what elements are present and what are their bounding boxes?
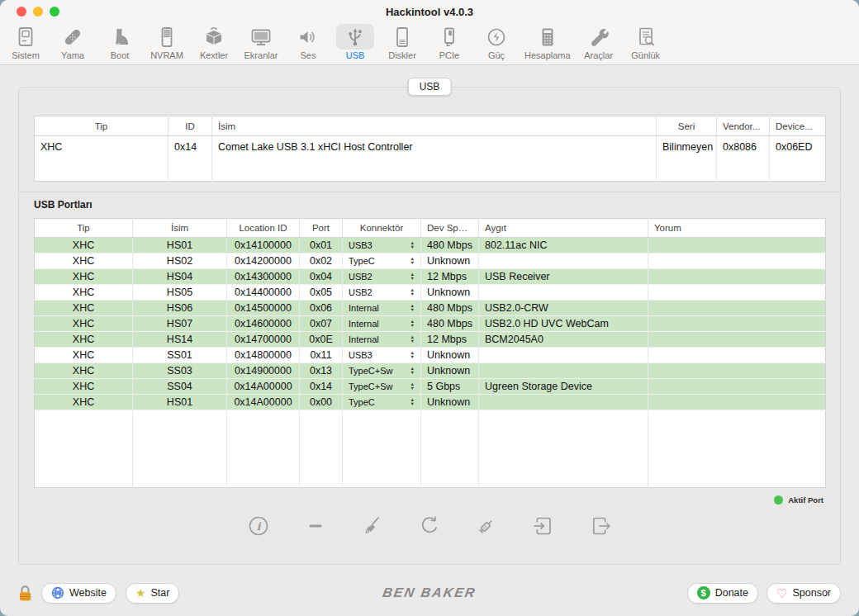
stepper-arrows-icon[interactable]: ▲▼	[411, 257, 415, 264]
table-row[interactable]: XHCHS060x145000000x06Internal▲▼480 MbpsU…	[35, 301, 826, 316]
zoom-button[interactable]	[50, 7, 59, 17]
section-title-usb-ports: USB Portları	[34, 199, 825, 211]
import-button[interactable]	[531, 514, 556, 538]
stepper-arrows-icon[interactable]: ▲▼	[411, 335, 415, 343]
connector-dropdown[interactable]: USB3▲▼	[349, 240, 415, 250]
toolbar-item-hesaplama[interactable]: Hesaplama	[523, 24, 572, 60]
column-header-location-id[interactable]: Location ID	[227, 219, 300, 238]
connector-dropdown[interactable]: TypeC+Sw▲▼	[349, 366, 415, 376]
column-header-seri[interactable]: Seri	[657, 116, 717, 136]
toolbar-item-yama[interactable]: Yama	[52, 24, 93, 60]
column-header-id[interactable]: ID	[168, 116, 212, 136]
stepper-arrows-icon[interactable]: ▲▼	[411, 304, 415, 311]
table-row[interactable]: XHCHS010x141000000x01USB3▲▼480 Mbps802.1…	[35, 238, 826, 254]
connector-dropdown[interactable]: TypeC+Sw▲▼	[349, 381, 415, 391]
cell-location-id: 0x14300000	[227, 269, 300, 285]
column-header-vendor[interactable]: Vendor...	[717, 116, 770, 136]
cell-konnektor[interactable]: USB2▲▼	[343, 269, 421, 285]
stepper-arrows-icon[interactable]: ▲▼	[411, 367, 415, 374]
table-row[interactable]: XHCSS010x148000000x11USB3▲▼Unknown	[35, 348, 826, 363]
clean-button[interactable]	[360, 514, 385, 538]
cell-konnektor[interactable]: Internal▲▼	[343, 301, 421, 316]
table-row[interactable]: XHCHS020x142000000x02TypeC▲▼Unknown	[35, 254, 826, 269]
column-header-konnektor[interactable]: Konnektör	[343, 219, 421, 238]
table-row[interactable]: XHC 0x14 Comet Lake USB 3.1 xHCI Host Co…	[35, 136, 826, 158]
toolbar-item-guc[interactable]: Güç	[476, 24, 517, 60]
toolbar-item-kextler[interactable]: Kextler	[193, 24, 235, 60]
cell-dev-speed: 12 Mbps	[421, 269, 479, 285]
cell-aygit: Ugreen Storage Device	[479, 379, 648, 395]
connector-dropdown[interactable]: Internal▲▼	[349, 319, 415, 329]
toolbar-item-usb[interactable]: USB	[335, 24, 376, 60]
column-header-device[interactable]: Device...	[770, 116, 826, 136]
donate-button[interactable]: $ Donate	[687, 583, 758, 604]
stepper-arrows-icon[interactable]: ▲▼	[411, 241, 415, 249]
stepper-arrows-icon[interactable]: ▲▼	[411, 272, 415, 280]
column-header-tip[interactable]: Tip	[35, 116, 168, 136]
remove-button[interactable]	[303, 514, 328, 538]
cell-konnektor[interactable]: TypeC+Sw▲▼	[343, 363, 421, 379]
stepper-arrows-icon[interactable]: ▲▼	[411, 288, 415, 296]
column-header-yorum[interactable]: Yorum	[648, 219, 826, 238]
connector-dropdown[interactable]: USB2▲▼	[349, 287, 415, 297]
connector-dropdown[interactable]: Internal▲▼	[349, 303, 415, 313]
cell-konnektor[interactable]: TypeC▲▼	[343, 254, 421, 269]
tab-usb[interactable]: USB	[408, 78, 452, 96]
cell-yorum	[648, 238, 826, 254]
toolbar-item-boot[interactable]: Boot	[99, 24, 140, 60]
website-button[interactable]: Website	[41, 583, 116, 604]
column-header-aygit[interactable]: Aygıt	[479, 219, 648, 238]
toolbar-item-ekranlar[interactable]: Ekranlar	[240, 24, 282, 60]
table-row[interactable]: XHCHS140x147000000x0EInternal▲▼12 MbpsBC…	[35, 332, 826, 348]
cell-isim: SS03	[133, 363, 227, 379]
window-chrome: Hackintool v4.0.3 Sistem Yama Boot NVRAM	[0, 0, 859, 65]
connector-dropdown[interactable]: USB3▲▼	[349, 350, 415, 360]
table-row[interactable]: XHCHS050x144000000x05USB2▲▼Unknown	[35, 285, 826, 301]
connector-dropdown[interactable]: USB2▲▼	[349, 272, 415, 282]
table-row[interactable]: XHCSS030x149000000x13TypeC+Sw▲▼Unknown	[35, 363, 826, 379]
table-row[interactable]: XHCHS070x146000000x07Internal▲▼480 MbpsU…	[35, 316, 826, 332]
refresh-button[interactable]	[417, 514, 442, 538]
column-header-dev-speed[interactable]: Dev Speed	[421, 219, 479, 238]
stepper-arrows-icon[interactable]: ▲▼	[411, 398, 415, 405]
table-row[interactable]: XHCHS010x14A000000x00TypeC▲▼Unknown	[35, 395, 826, 410]
toolbar-item-sistem[interactable]: Sistem	[5, 24, 46, 60]
connector-dropdown[interactable]: TypeC▲▼	[349, 256, 415, 266]
stepper-arrows-icon[interactable]: ▲▼	[411, 320, 415, 327]
info-button[interactable]: i	[246, 514, 271, 538]
column-header-isim[interactable]: İsim	[212, 116, 657, 136]
cell-konnektor[interactable]: TypeC▲▼	[343, 395, 421, 410]
table-row[interactable]: XHCHS040x143000000x04USB2▲▼12 MbpsUSB Re…	[35, 269, 826, 285]
sponsor-button[interactable]: ♡ Sponsor	[766, 583, 841, 604]
cell-konnektor[interactable]: USB2▲▼	[343, 285, 421, 301]
cell-yorum	[648, 316, 826, 332]
column-header-tip[interactable]: Tip	[35, 219, 133, 238]
column-header-isim[interactable]: İsim	[133, 219, 227, 238]
table-row[interactable]: XHCSS040x14A000000x14TypeC+Sw▲▼5 GbpsUgr…	[35, 379, 826, 395]
export-button[interactable]	[588, 514, 613, 538]
cell-konnektor[interactable]: Internal▲▼	[343, 332, 421, 348]
close-button[interactable]	[17, 7, 26, 17]
toolbar-item-ses[interactable]: Ses	[287, 24, 329, 60]
cell-konnektor[interactable]: TypeC+Sw▲▼	[343, 379, 421, 395]
toolbar-item-diskler[interactable]: Diskler	[382, 24, 423, 60]
toolbar-item-pcie[interactable]: PCIe	[429, 24, 470, 60]
inject-button[interactable]	[474, 514, 499, 538]
minimize-button[interactable]	[33, 7, 43, 17]
stepper-arrows-icon[interactable]: ▲▼	[411, 382, 415, 390]
cell-konnektor[interactable]: USB3▲▼	[343, 238, 421, 254]
toolbar-item-gunluk[interactable]: Günlük	[625, 24, 667, 60]
usb-icon	[336, 24, 374, 50]
active-port-label: Aktif Port	[788, 495, 823, 505]
connector-dropdown[interactable]: TypeC▲▼	[349, 397, 415, 407]
stepper-arrows-icon[interactable]: ▲▼	[411, 351, 415, 358]
star-button[interactable]: ★ Star	[126, 583, 180, 604]
lock-button[interactable]	[18, 585, 32, 602]
cell-konnektor[interactable]: Internal▲▼	[343, 316, 421, 332]
column-header-port[interactable]: Port	[300, 219, 343, 238]
connector-dropdown[interactable]: Internal▲▼	[349, 334, 415, 344]
cell-konnektor[interactable]: USB3▲▼	[343, 348, 421, 363]
cell-isim: HS14	[133, 332, 227, 348]
toolbar-item-nvram[interactable]: NVRAM	[146, 24, 187, 60]
toolbar-item-araclar[interactable]: Araçlar	[578, 24, 619, 60]
